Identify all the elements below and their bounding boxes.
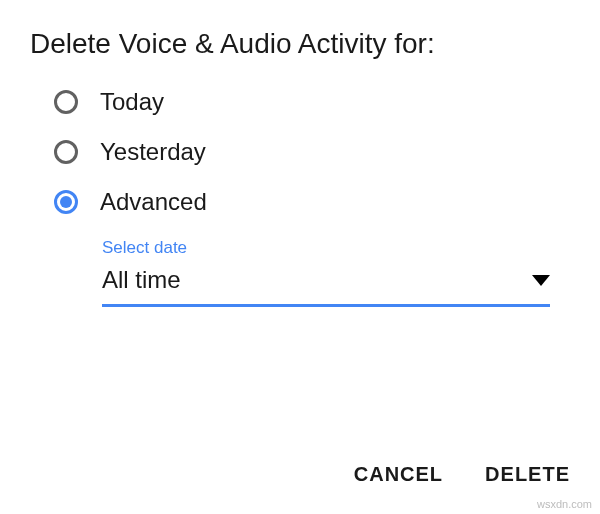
delete-button[interactable]: DELETE xyxy=(485,463,570,486)
dialog-actions: CANCEL DELETE xyxy=(354,463,570,486)
radio-option-advanced[interactable]: Advanced xyxy=(54,188,570,216)
radio-dot-icon xyxy=(60,196,72,208)
chevron-down-icon xyxy=(532,275,550,286)
radio-label: Advanced xyxy=(100,188,207,216)
radio-option-yesterday[interactable]: Yesterday xyxy=(54,138,570,166)
date-select-section: Select date All time xyxy=(102,238,550,307)
watermark-text: wsxdn.com xyxy=(537,498,592,510)
dialog-title: Delete Voice & Audio Activity for: xyxy=(30,28,570,60)
date-select-value: All time xyxy=(102,266,181,294)
radio-circle-icon xyxy=(54,90,78,114)
radio-label: Today xyxy=(100,88,164,116)
radio-option-today[interactable]: Today xyxy=(54,88,570,116)
radio-label: Yesterday xyxy=(100,138,206,166)
time-range-radio-group: Today Yesterday Advanced xyxy=(30,88,570,216)
date-select-label: Select date xyxy=(102,238,550,258)
cancel-button[interactable]: CANCEL xyxy=(354,463,443,486)
radio-circle-selected-icon xyxy=(54,190,78,214)
date-select-dropdown[interactable]: All time xyxy=(102,266,550,307)
radio-circle-icon xyxy=(54,140,78,164)
